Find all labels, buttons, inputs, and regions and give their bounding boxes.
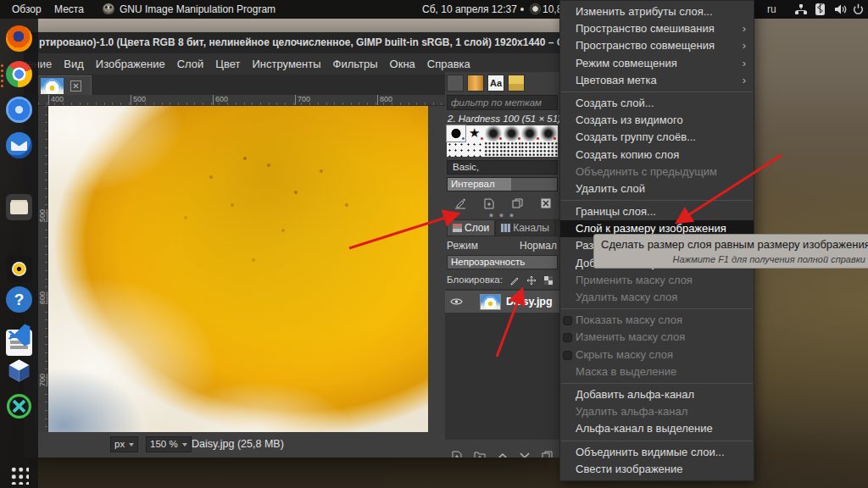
activities-button[interactable]: Обзор (12, 0, 42, 19)
status-text: Daisy.jpg (25,8 MB) (192, 436, 284, 452)
lock-position-icon[interactable] (526, 275, 537, 286)
brush-hardness-100[interactable] (447, 125, 465, 141)
volume-icon[interactable] (834, 3, 847, 15)
menu-colors[interactable]: Цвет (215, 58, 240, 70)
bluetooth-icon[interactable] (815, 3, 826, 15)
brush-texture-dense[interactable] (520, 141, 539, 158)
chrome-icon[interactable] (6, 61, 32, 87)
canvas-daisy-image[interactable] (48, 106, 428, 432)
chevron-down-icon (182, 443, 187, 446)
menu-item[interactable]: Границы слоя... (560, 203, 754, 220)
layer-mode-row[interactable]: Режим Нормал (447, 239, 559, 253)
menu-image[interactable]: Изображение (96, 58, 165, 70)
menu-layer[interactable]: Слой (177, 58, 204, 70)
menu-item[interactable]: Добавить альфа-канал (560, 386, 754, 403)
new-layer-group-icon[interactable] (474, 451, 486, 458)
menu-item[interactable]: Объединить видимые слои... (560, 444, 754, 461)
brush-texture[interactable] (484, 125, 503, 141)
brush-texture[interactable] (520, 125, 539, 141)
menu-tools[interactable]: Инструменты (253, 58, 321, 70)
mode-value[interactable]: Нормал (520, 239, 557, 253)
menu-item[interactable]: Режим совмещения› (560, 55, 754, 72)
help-icon[interactable]: ? (6, 286, 32, 313)
zoom-select[interactable]: 150 % (146, 436, 192, 452)
menu-item[interactable]: Свести изображение (560, 461, 754, 478)
media-app-icon[interactable] (6, 256, 32, 282)
brush-preset-select[interactable]: Basic, (447, 160, 558, 175)
brush-filter-input[interactable]: фильтр по меткам (447, 95, 558, 110)
layer-row-daisy[interactable]: Daisy.jpg (445, 291, 559, 313)
brush-star[interactable]: ★ (465, 125, 484, 141)
lock-alpha-icon[interactable] (543, 275, 554, 286)
close-tab-icon[interactable]: ✕ (70, 80, 81, 92)
menu-view[interactable]: Вид (64, 58, 84, 70)
menu-item[interactable]: Цветовая метка› (560, 72, 754, 89)
delete-brush-icon[interactable] (541, 198, 551, 208)
menu-item[interactable]: Пространство совмещения› (560, 37, 754, 54)
panel-resize-handle[interactable]: ● ● ● (445, 213, 559, 218)
menu-item-disabled: Удалить альфа-канал (560, 403, 754, 420)
power-icon[interactable] (853, 3, 864, 15)
menu-windows[interactable]: Окна (390, 58, 415, 70)
raise-layer-icon[interactable] (498, 452, 508, 458)
window-title[interactable]: ртировано)-1.0 (Цвета RGB 8 бит, нелиней… (24, 32, 559, 53)
duplicate-layer-icon[interactable] (542, 451, 553, 458)
flower-specks (243, 157, 247, 160)
brush-texture-dense[interactable] (484, 141, 503, 158)
menu-filters[interactable]: Фильтры (333, 58, 378, 70)
edit-brush-icon[interactable] (454, 198, 466, 209)
lower-layer-icon[interactable] (520, 452, 530, 458)
virtualbox-icon[interactable] (6, 358, 32, 384)
brush-spacing-slider[interactable]: Интервал (447, 177, 558, 191)
tab-channels[interactable]: Каналы (495, 219, 555, 236)
menu-item[interactable]: Удалить слой (560, 180, 754, 197)
ruler-label: 600 (38, 291, 47, 304)
brush-scatter[interactable] (447, 141, 465, 158)
brush-texture-dense[interactable] (503, 141, 521, 158)
duplicate-brush-icon[interactable] (512, 198, 523, 208)
layer-name[interactable]: Daisy.jpg (506, 296, 553, 308)
firefox-icon[interactable] (6, 25, 32, 52)
clock[interactable]: Сб, 10 апреля 12:37 (422, 0, 517, 19)
network-icon[interactable] (795, 3, 807, 15)
remote-app-icon[interactable] (6, 393, 32, 419)
menu-item[interactable]: Создать группу слоёв... (560, 129, 754, 146)
lock-pixels-icon[interactable] (509, 275, 520, 286)
brush-texture[interactable] (539, 125, 558, 141)
brush-grid[interactable]: ★ (447, 125, 558, 157)
status-bar: px 150 % Daisy.jpg (25,8 MB) (24, 432, 445, 458)
menu-item[interactable]: Создать слой... (560, 95, 754, 112)
brush-scatter[interactable] (465, 141, 484, 158)
unit-select[interactable]: px (110, 436, 138, 452)
vscode-icon[interactable] (6, 322, 32, 348)
tab-palettes-icon[interactable] (508, 75, 525, 92)
ruler-label: 500 (131, 95, 146, 106)
focused-app-title[interactable]: GNU Image Manipulation Program (120, 0, 275, 19)
layers-toolbar (445, 447, 559, 458)
menu-item[interactable]: Пространство смешивания› (560, 20, 754, 37)
menu-item[interactable]: Альфа-канал в выделение (560, 420, 754, 437)
gimp-wilber-icon (103, 3, 114, 14)
files-icon[interactable] (6, 194, 32, 220)
new-layer-icon[interactable] (452, 451, 462, 458)
visibility-eye-icon[interactable] (450, 297, 463, 306)
menu-help[interactable]: Справка (427, 58, 470, 70)
tab-layers[interactable]: Слои (447, 219, 495, 236)
show-applications-icon[interactable] (9, 465, 29, 485)
tab-brushes-icon[interactable] (447, 75, 464, 92)
menu-item[interactable]: Создать из видимого (560, 112, 754, 129)
chromium-icon[interactable] (6, 97, 32, 123)
new-brush-icon[interactable] (484, 198, 494, 209)
tab-patterns-icon[interactable] (467, 75, 484, 92)
keyboard-layout-indicator[interactable]: ru (767, 0, 776, 19)
image-tab[interactable]: ✕ (37, 75, 92, 95)
tab-fonts-icon[interactable]: Aa (487, 75, 504, 92)
menu-item[interactable]: Создать копию слоя (560, 147, 754, 164)
opacity-slider[interactable]: Непрозрачность (447, 255, 558, 269)
brush-texture[interactable] (503, 125, 521, 141)
menu-item[interactable]: Изменить атрибуты слоя... (560, 3, 754, 20)
brush-texture-dense[interactable] (539, 141, 558, 158)
thunderbird-icon[interactable] (6, 132, 32, 158)
places-menu[interactable]: Места (54, 0, 84, 19)
dockable-tabs: Aa (447, 75, 525, 92)
